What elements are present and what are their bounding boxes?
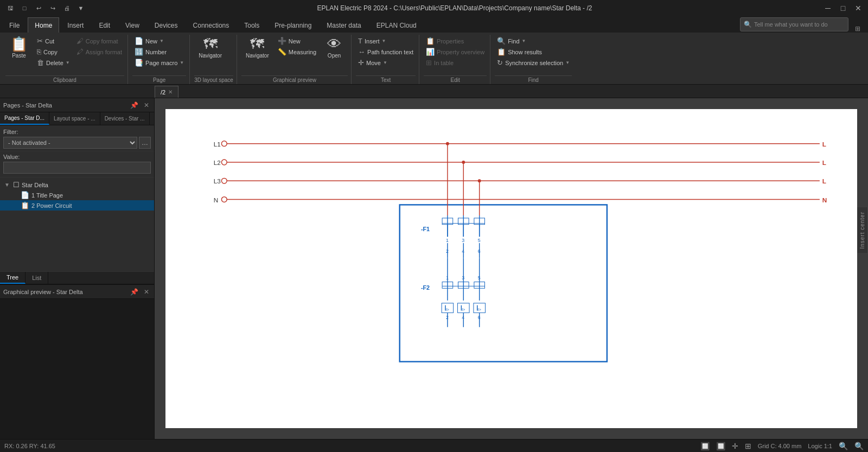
qa-save[interactable]: 🖫 [4, 2, 16, 14]
open-button[interactable]: 👁 Open [321, 35, 348, 61]
measuring-icon: 📏 [278, 48, 286, 56]
canvas-area[interactable]: Insert center L1 L L2 L [155, 98, 868, 439]
search-icon: 🔍 [744, 21, 752, 28]
property-overview-button[interactable]: 📊 Property overview [424, 47, 487, 57]
status-logic: Logic 1:1 [808, 443, 832, 449]
copy-format-icon: 🖌 [76, 37, 84, 45]
ribbon-expand-btn[interactable]: ⊞ [850, 25, 866, 33]
document-tab-2[interactable]: /2 ✕ [155, 86, 178, 98]
status-coords: RX: 0.26 RY: 41.65 [4, 443, 55, 449]
tab-devices[interactable]: Devices [148, 17, 185, 33]
qa-print[interactable]: 🖨 [61, 2, 73, 14]
qa-new[interactable]: □ [18, 2, 30, 14]
tab-insert[interactable]: Insert [60, 17, 91, 33]
tab-edit[interactable]: Edit [92, 17, 117, 33]
graphical-new-button[interactable]: ➕ New [276, 36, 318, 46]
status-icon-1[interactable]: 🔲 [700, 442, 710, 450]
number-button[interactable]: 🔢 Number [132, 47, 186, 57]
graphical-navigator-button[interactable]: 🗺 Navigator [241, 35, 273, 61]
filter-row: - Not activated - … [3, 137, 151, 149]
copy-button[interactable]: ⎘ Copy [35, 47, 72, 57]
preview-panel-pin[interactable]: 📌 [129, 288, 140, 296]
pages-subtab-devices[interactable]: Devices - Star ... [100, 112, 150, 125]
move-button[interactable]: ✛ Move ▼ [356, 58, 416, 68]
cut-button[interactable]: ✂ Cut [35, 36, 72, 46]
tree-list-tabs: Tree List [0, 271, 154, 284]
page-group-label: Page [132, 75, 186, 84]
minimize-button[interactable]: ─ [822, 3, 833, 14]
find-icon: 🔍 [497, 37, 506, 45]
svg-text:1: 1 [446, 238, 449, 243]
zoom-out-icon[interactable]: 🔍 [839, 442, 848, 450]
qa-undo[interactable]: ↩ [33, 2, 44, 14]
page-macro-button[interactable]: 📑 Page macro ▼ [132, 58, 186, 68]
insert-center-label: Insert center [859, 212, 865, 249]
tab-cloud[interactable]: EPLAN Cloud [369, 17, 424, 33]
find-button[interactable]: 🔍 Find ▼ [495, 36, 572, 46]
assign-format-button[interactable]: 🖍 Assign format [74, 47, 124, 57]
pages-panel-close[interactable]: ✕ [142, 101, 151, 110]
property-overview-label: Property overview [437, 49, 484, 55]
new-page-button[interactable]: 📄 New ▼ [132, 36, 186, 46]
close-button[interactable]: ✕ [853, 3, 864, 14]
path-function-icon: ↔ [358, 48, 365, 56]
tab-home[interactable]: Home [28, 17, 59, 33]
tree-item-title[interactable]: 📄 1 Title Page [0, 190, 154, 200]
insert-center-tab[interactable]: Insert center [857, 207, 868, 254]
pages-subtab-layout[interactable]: Layout space - ... [49, 112, 100, 125]
pages-panel-pin[interactable]: 📌 [129, 101, 140, 110]
filter-options-btn[interactable]: … [139, 137, 151, 149]
delete-button[interactable]: 🗑 Delete ▼ [35, 58, 72, 68]
filter-select[interactable]: - Not activated - [3, 137, 137, 149]
qa-more[interactable]: ▼ [75, 2, 87, 14]
tab-tools[interactable]: Tools [237, 17, 266, 33]
graphical-new-label: New [289, 38, 301, 44]
3d-navigator-button[interactable]: 🗺 Navigator [194, 35, 226, 61]
tree-item-power[interactable]: 📋 2 Power Circuit [0, 200, 154, 211]
svg-text:-F1: -F1 [421, 226, 430, 232]
tree-area: ▼ ☐ Star Delta 📄 1 Title Page 📋 2 Power … [0, 177, 154, 271]
qa-redo[interactable]: ↪ [47, 2, 59, 14]
circuit-icon: 📋 [21, 201, 29, 209]
status-icon-4[interactable]: ⊞ [745, 442, 751, 450]
graphical-group-label: Graphical preview [241, 75, 348, 84]
ribbon-search-box[interactable]: 🔍 [740, 17, 848, 31]
tree-item-title-label: 1 Title Page [31, 192, 151, 199]
show-results-button[interactable]: 📋 Show results [495, 47, 572, 57]
tab-masterdata[interactable]: Master data [320, 17, 368, 33]
tree-tab[interactable]: Tree [0, 272, 25, 284]
path-function-button[interactable]: ↔ Path function text [356, 47, 416, 57]
cut-icon: ✂ [37, 37, 43, 45]
sync-dropdown: ▼ [565, 60, 570, 65]
in-table-button[interactable]: ⊞ In table [424, 58, 487, 68]
tree-root-item[interactable]: ▼ ☐ Star Delta [0, 180, 154, 190]
tree-root-label: Star Delta [22, 182, 151, 188]
preview-panel-close[interactable]: ✕ [142, 288, 151, 296]
status-icon-2[interactable]: 🔲 [716, 442, 725, 450]
maximize-button[interactable]: □ [838, 3, 848, 14]
tab-preplanning[interactable]: Pre-planning [267, 17, 318, 33]
graphical-new-icon: ➕ [278, 37, 286, 45]
delete-dropdown: ▼ [66, 60, 70, 65]
pages-subtab-pages[interactable]: Pages - Star D... [0, 112, 49, 125]
search-input[interactable] [754, 21, 841, 28]
show-results-icon: 📋 [497, 48, 506, 56]
svg-text:3: 3 [462, 275, 464, 281]
tab-file[interactable]: File [2, 17, 27, 33]
copy-format-button[interactable]: 🖌 Copy format [74, 36, 124, 46]
tab-view[interactable]: View [118, 17, 146, 33]
paste-button[interactable]: 📋 Paste [5, 35, 33, 61]
titlebar: 🖫 □ ↩ ↪ 🖨 ▼ EPLAN Electric P8 2024 - C:\… [0, 0, 868, 16]
tab-close-icon[interactable]: ✕ [168, 89, 173, 95]
find-group: 🔍 Find ▼ 📋 Show results ↻ Synchronize se… [492, 35, 575, 84]
measuring-button[interactable]: 📏 Measuring [276, 47, 318, 57]
value-input[interactable] [3, 162, 151, 174]
zoom-in-icon[interactable]: 🔍 [854, 442, 864, 450]
properties-button[interactable]: 📋 Properties [424, 36, 487, 46]
new-page-icon: 📄 [135, 37, 143, 45]
tab-connections[interactable]: Connections [186, 17, 237, 33]
sync-selection-button[interactable]: ↻ Synchronize selection ▼ [495, 58, 572, 68]
status-icon-3[interactable]: ✛ [732, 442, 738, 450]
insert-text-button[interactable]: T Insert ▼ [356, 36, 416, 46]
list-tab[interactable]: List [25, 272, 48, 284]
